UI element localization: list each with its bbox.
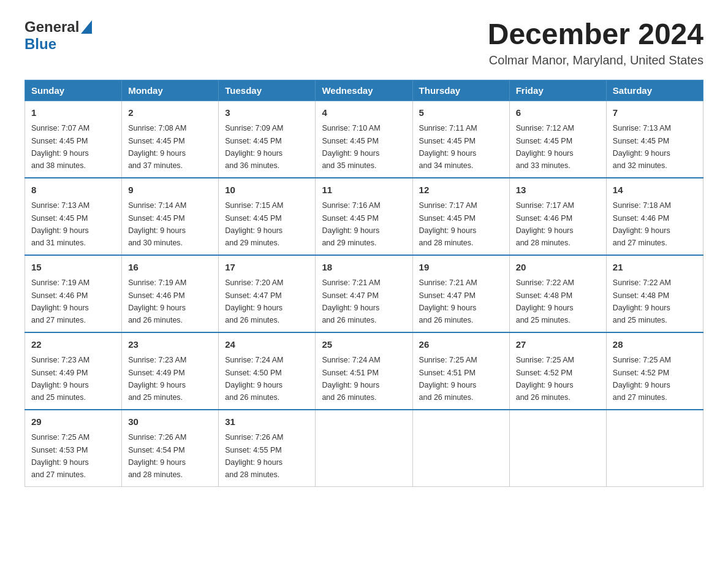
- title-area: December 2024 Colmar Manor, Maryland, Un…: [488, 18, 703, 67]
- calendar-cell: 15 Sunrise: 7:19 AMSunset: 4:46 PMDaylig…: [25, 255, 122, 332]
- day-number: 12: [419, 183, 503, 197]
- day-number: 17: [225, 261, 309, 275]
- day-number: 19: [419, 261, 503, 275]
- calendar-cell: 24 Sunrise: 7:24 AMSunset: 4:50 PMDaylig…: [219, 332, 316, 410]
- day-info: Sunrise: 7:25 AMSunset: 4:51 PMDaylight:…: [419, 356, 477, 402]
- calendar-cell: 9 Sunrise: 7:14 AMSunset: 4:45 PMDayligh…: [122, 178, 219, 255]
- day-info: Sunrise: 7:21 AMSunset: 4:47 PMDaylight:…: [322, 278, 380, 324]
- day-info: Sunrise: 7:26 AMSunset: 4:55 PMDaylight:…: [225, 433, 283, 479]
- day-info: Sunrise: 7:25 AMSunset: 4:52 PMDaylight:…: [516, 356, 574, 402]
- day-info: Sunrise: 7:26 AMSunset: 4:54 PMDaylight:…: [128, 433, 186, 479]
- day-number: 18: [322, 261, 406, 275]
- day-number: 3: [225, 106, 309, 120]
- day-number: 25: [322, 338, 406, 352]
- day-number: 15: [31, 261, 115, 275]
- day-info: Sunrise: 7:15 AMSunset: 4:45 PMDaylight:…: [225, 201, 283, 247]
- day-number: 23: [128, 338, 212, 352]
- calendar-cell: 11 Sunrise: 7:16 AMSunset: 4:45 PMDaylig…: [316, 178, 412, 255]
- day-number: 8: [31, 183, 115, 197]
- day-number: 30: [128, 415, 212, 429]
- calendar-cell: 25 Sunrise: 7:24 AMSunset: 4:51 PMDaylig…: [316, 332, 412, 410]
- day-info: Sunrise: 7:18 AMSunset: 4:46 PMDaylight:…: [613, 201, 671, 247]
- calendar-table: SundayMondayTuesdayWednesdayThursdayFrid…: [25, 80, 703, 487]
- day-info: Sunrise: 7:19 AMSunset: 4:46 PMDaylight:…: [31, 278, 89, 324]
- day-info: Sunrise: 7:07 AMSunset: 4:45 PMDaylight:…: [31, 124, 89, 170]
- calendar-cell: [509, 410, 606, 487]
- day-info: Sunrise: 7:09 AMSunset: 4:45 PMDaylight:…: [225, 124, 283, 170]
- day-number: 6: [516, 106, 600, 120]
- calendar-cell: 7 Sunrise: 7:13 AMSunset: 4:45 PMDayligh…: [606, 101, 703, 178]
- day-info: Sunrise: 7:20 AMSunset: 4:47 PMDaylight:…: [225, 278, 283, 324]
- location-subtitle: Colmar Manor, Maryland, United States: [488, 53, 703, 67]
- calendar-header-friday: Friday: [509, 80, 606, 101]
- day-number: 11: [322, 183, 406, 197]
- day-info: Sunrise: 7:24 AMSunset: 4:51 PMDaylight:…: [322, 356, 380, 402]
- day-info: Sunrise: 7:13 AMSunset: 4:45 PMDaylight:…: [613, 124, 671, 170]
- calendar-header-thursday: Thursday: [412, 80, 509, 101]
- day-number: 20: [516, 261, 600, 275]
- day-number: 9: [128, 183, 212, 197]
- calendar-cell: 3 Sunrise: 7:09 AMSunset: 4:45 PMDayligh…: [219, 101, 316, 178]
- day-info: Sunrise: 7:16 AMSunset: 4:45 PMDaylight:…: [322, 201, 380, 247]
- calendar-cell: 18 Sunrise: 7:21 AMSunset: 4:47 PMDaylig…: [316, 255, 412, 332]
- day-number: 24: [225, 338, 309, 352]
- calendar-week-row: 29 Sunrise: 7:25 AMSunset: 4:53 PMDaylig…: [25, 410, 703, 487]
- day-info: Sunrise: 7:23 AMSunset: 4:49 PMDaylight:…: [128, 356, 186, 402]
- logo-general-text: General: [25, 18, 79, 36]
- calendar-cell: 4 Sunrise: 7:10 AMSunset: 4:45 PMDayligh…: [316, 101, 412, 178]
- calendar-cell: 2 Sunrise: 7:08 AMSunset: 4:45 PMDayligh…: [122, 101, 219, 178]
- month-title: December 2024: [488, 18, 703, 51]
- calendar-cell: 19 Sunrise: 7:21 AMSunset: 4:47 PMDaylig…: [412, 255, 509, 332]
- calendar-cell: 8 Sunrise: 7:13 AMSunset: 4:45 PMDayligh…: [25, 178, 122, 255]
- day-number: 21: [613, 261, 697, 275]
- calendar-week-row: 1 Sunrise: 7:07 AMSunset: 4:45 PMDayligh…: [25, 101, 703, 178]
- day-info: Sunrise: 7:19 AMSunset: 4:46 PMDaylight:…: [128, 278, 186, 324]
- day-info: Sunrise: 7:10 AMSunset: 4:45 PMDaylight:…: [322, 124, 380, 170]
- day-number: 13: [516, 183, 600, 197]
- day-number: 7: [613, 106, 697, 120]
- calendar-cell: 16 Sunrise: 7:19 AMSunset: 4:46 PMDaylig…: [122, 255, 219, 332]
- day-number: 1: [31, 106, 115, 120]
- day-info: Sunrise: 7:24 AMSunset: 4:50 PMDaylight:…: [225, 356, 283, 402]
- day-info: Sunrise: 7:21 AMSunset: 4:47 PMDaylight:…: [419, 278, 477, 324]
- calendar-cell: 13 Sunrise: 7:17 AMSunset: 4:46 PMDaylig…: [509, 178, 606, 255]
- day-number: 27: [516, 338, 600, 352]
- calendar-cell: 17 Sunrise: 7:20 AMSunset: 4:47 PMDaylig…: [219, 255, 316, 332]
- calendar-cell: 5 Sunrise: 7:11 AMSunset: 4:45 PMDayligh…: [412, 101, 509, 178]
- logo-triangle-icon: [81, 20, 92, 34]
- calendar-cell: 28 Sunrise: 7:25 AMSunset: 4:52 PMDaylig…: [606, 332, 703, 410]
- calendar-cell: [316, 410, 412, 487]
- calendar-header-row: SundayMondayTuesdayWednesdayThursdayFrid…: [25, 80, 703, 101]
- logo-blue-text: Blue: [25, 36, 56, 52]
- calendar-cell: 6 Sunrise: 7:12 AMSunset: 4:45 PMDayligh…: [509, 101, 606, 178]
- day-number: 22: [31, 338, 115, 352]
- day-info: Sunrise: 7:25 AMSunset: 4:53 PMDaylight:…: [31, 433, 89, 479]
- day-info: Sunrise: 7:25 AMSunset: 4:52 PMDaylight:…: [613, 356, 671, 402]
- day-number: 26: [419, 338, 503, 352]
- calendar-cell: 31 Sunrise: 7:26 AMSunset: 4:55 PMDaylig…: [219, 410, 316, 487]
- calendar-header-saturday: Saturday: [606, 80, 703, 101]
- day-info: Sunrise: 7:13 AMSunset: 4:45 PMDaylight:…: [31, 201, 89, 247]
- calendar-header-wednesday: Wednesday: [316, 80, 412, 101]
- day-info: Sunrise: 7:08 AMSunset: 4:45 PMDaylight:…: [128, 124, 186, 170]
- calendar-week-row: 15 Sunrise: 7:19 AMSunset: 4:46 PMDaylig…: [25, 255, 703, 332]
- calendar-cell: [606, 410, 703, 487]
- day-info: Sunrise: 7:12 AMSunset: 4:45 PMDaylight:…: [516, 124, 574, 170]
- calendar-cell: 22 Sunrise: 7:23 AMSunset: 4:49 PMDaylig…: [25, 332, 122, 410]
- calendar-cell: 21 Sunrise: 7:22 AMSunset: 4:48 PMDaylig…: [606, 255, 703, 332]
- page-header: General Blue December 2024 Colmar Manor,…: [25, 18, 703, 67]
- day-number: 14: [613, 183, 697, 197]
- calendar-cell: [412, 410, 509, 487]
- day-number: 4: [322, 106, 406, 120]
- day-number: 28: [613, 338, 697, 352]
- calendar-cell: 27 Sunrise: 7:25 AMSunset: 4:52 PMDaylig…: [509, 332, 606, 410]
- day-number: 31: [225, 415, 309, 429]
- calendar-cell: 12 Sunrise: 7:17 AMSunset: 4:45 PMDaylig…: [412, 178, 509, 255]
- day-number: 2: [128, 106, 212, 120]
- day-info: Sunrise: 7:11 AMSunset: 4:45 PMDaylight:…: [419, 124, 477, 170]
- calendar-cell: 30 Sunrise: 7:26 AMSunset: 4:54 PMDaylig…: [122, 410, 219, 487]
- logo: General Blue: [25, 18, 92, 53]
- day-info: Sunrise: 7:23 AMSunset: 4:49 PMDaylight:…: [31, 356, 89, 402]
- day-number: 29: [31, 415, 115, 429]
- calendar-week-row: 22 Sunrise: 7:23 AMSunset: 4:49 PMDaylig…: [25, 332, 703, 410]
